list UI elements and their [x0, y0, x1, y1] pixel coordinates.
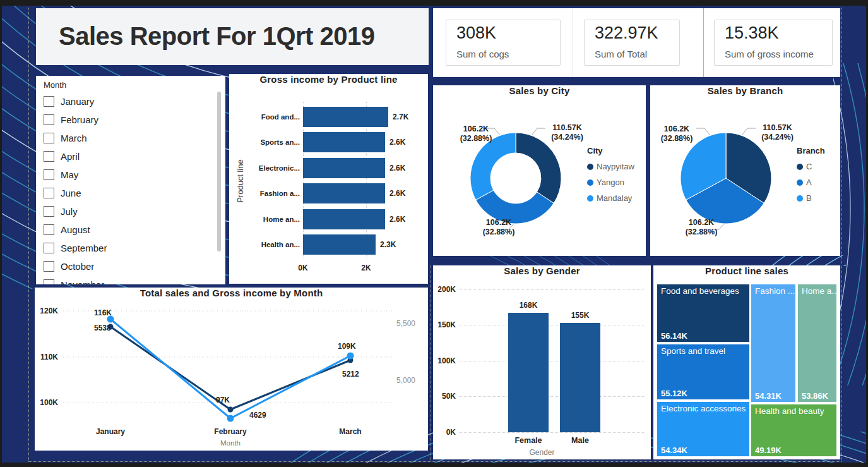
checkbox[interactable] [44, 206, 54, 217]
tile-name: Electronic accessories [661, 404, 747, 413]
treemap-tile-sports-and-travel[interactable]: Sports and travel 55.12K [657, 344, 750, 400]
legend-label: Yangon [597, 178, 624, 187]
slice-label-a: 106.2K (32.88%) [669, 218, 734, 237]
kpi-card-total[interactable]: 322.97K Sum of Total [584, 20, 680, 66]
month-option-july[interactable]: July [44, 205, 78, 217]
bar-home[interactable] [303, 209, 385, 229]
checkbox[interactable] [44, 188, 54, 198]
kpi-card-gross-income[interactable]: 15.38K Sum of gross income [714, 20, 833, 66]
kpi-separator [573, 8, 573, 77]
month-label: January [61, 96, 94, 107]
month-option-june[interactable]: June [44, 186, 81, 199]
chart-title: Sales by Gender [433, 265, 651, 276]
bar-electronic[interactable] [303, 158, 385, 178]
kpi-value: 322.97K [595, 23, 658, 43]
checkbox[interactable] [44, 169, 54, 180]
kpi-value: 15.38K [725, 23, 779, 43]
month-label: August [61, 224, 90, 235]
tile-value: 56.14K [661, 331, 687, 341]
month-label: April [61, 151, 80, 162]
chart-title: Gross income by Product line [229, 74, 428, 85]
bar-sports[interactable] [303, 132, 385, 152]
checkbox[interactable] [44, 114, 54, 125]
bar-food[interactable] [303, 107, 388, 127]
treemap-tile-home[interactable]: Home a... 53.86K [797, 284, 837, 403]
x-axis-tick: January [96, 427, 125, 436]
treemap-tile-fashion[interactable]: Fashion ... 54.31K [751, 284, 796, 403]
legend-item-b[interactable]: B [797, 193, 812, 203]
y-axis-tick: 0K [433, 428, 456, 437]
tile-name: Home a... [802, 286, 834, 296]
checkbox[interactable] [44, 261, 54, 272]
month-option-may[interactable]: May [44, 168, 78, 181]
category-label: Sports an... [229, 137, 300, 147]
month-option-november[interactable]: November [44, 278, 104, 284]
kpi-card-cogs[interactable]: 308K Sum of cogs [446, 20, 561, 66]
dotted-guide-right [841, 8, 842, 461]
legend-item-mandalay[interactable]: Mandalay [587, 193, 632, 203]
sales-by-branch-pie-chart[interactable]: Sales by Branch 110.57K (34.24%) 106.2K … [650, 85, 840, 256]
month-label: June [61, 188, 81, 198]
product-line-treemap[interactable]: Product line sales Food and beverages 56… [653, 265, 840, 459]
data-label: 2.6K [389, 137, 405, 147]
category-label: Electronic... [229, 163, 300, 173]
report-title-panel[interactable]: Sales Report For 1Qrt 2019 [36, 8, 429, 65]
bar-health[interactable] [303, 234, 376, 255]
month-option-february[interactable]: February [44, 113, 98, 126]
bar-fashion[interactable] [303, 183, 385, 203]
data-point[interactable] [227, 415, 234, 422]
dotted-guide-middle [431, 265, 431, 461]
bar-female[interactable] [508, 313, 549, 432]
window-frame-left [0, 0, 2, 467]
slicer-scrollbar[interactable] [217, 92, 221, 252]
legend: Branch [797, 146, 825, 155]
data-label: 2.6K [389, 163, 405, 173]
sales-by-city-donut-chart[interactable]: Sales by City 110.57K (34.24%) 106.2K (3… [433, 85, 646, 256]
month-slicer[interactable]: Month January February March April May J… [36, 76, 225, 284]
data-point[interactable] [347, 353, 354, 360]
legend-item-c[interactable]: C [797, 162, 812, 171]
month-option-january[interactable]: January [44, 95, 94, 107]
bar-male[interactable] [560, 323, 600, 432]
month-option-march[interactable]: March [44, 131, 87, 144]
month-option-september[interactable]: September [44, 241, 107, 254]
month-label: March [61, 133, 87, 143]
legend-item-naypyitaw[interactable]: Naypyitaw [587, 162, 634, 171]
dotted-guide-left [28, 8, 29, 461]
data-label: 116K [94, 308, 112, 317]
treemap-tile-food-and-beverages[interactable]: Food and beverages 56.14K [657, 284, 750, 343]
chart-title: Sales by Branch [650, 85, 840, 96]
x-axis-title: Gender [433, 448, 651, 457]
checkbox[interactable] [44, 243, 54, 253]
left-axis-tick: 120K [40, 306, 58, 315]
legend-title: City [587, 146, 603, 155]
checkbox[interactable] [44, 151, 54, 162]
chart-title: Product line sales [653, 265, 840, 276]
y-axis-tick: 150K [433, 320, 456, 329]
legend-item-yangon[interactable]: Yangon [587, 178, 624, 187]
treemap-tile-health-and-beauty[interactable]: Health and beauty 49.19K [751, 404, 837, 457]
checkbox[interactable] [44, 96, 54, 107]
legend-item-a[interactable]: A [797, 178, 812, 187]
legend-title: Branch [797, 146, 825, 155]
sales-by-gender-bar-chart[interactable]: Sales by Gender 200K 150K 100K 50K 0K 16… [433, 265, 651, 459]
tile-name: Health and beauty [755, 406, 834, 416]
data-label: 109K [338, 342, 356, 351]
checkbox[interactable] [44, 224, 54, 235]
slice-naypyitaw[interactable] [516, 133, 561, 203]
checkbox[interactable] [44, 279, 54, 285]
data-point[interactable] [228, 407, 234, 413]
treemap-tile-electronic-accessories[interactable]: Electronic accessories 54.34K [657, 401, 750, 457]
total-sales-line[interactable] [110, 319, 350, 418]
checkbox[interactable] [44, 133, 54, 143]
gross-income-line[interactable] [110, 327, 350, 409]
month-option-august[interactable]: August [44, 223, 90, 236]
month-option-october[interactable]: October [44, 260, 94, 272]
x-axis-title: Month [220, 439, 241, 447]
month-option-april[interactable]: April [44, 150, 80, 162]
right-axis-tick: 5,000 [396, 376, 415, 385]
data-label: 2.6K [389, 214, 405, 224]
y-axis-title: Product line [235, 150, 245, 213]
trend-line-chart[interactable]: Total sales and Gross income by Month 12… [35, 288, 428, 451]
gross-income-bar-chart[interactable]: Gross income by Product line Product lin… [229, 74, 428, 284]
